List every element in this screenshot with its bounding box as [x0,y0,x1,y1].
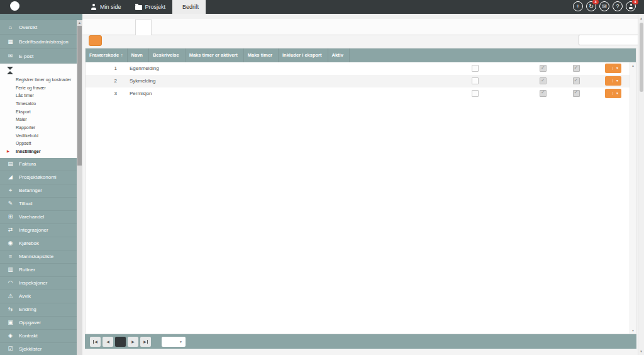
sidebar-item[interactable]: ☑ Sjekklister [0,343,77,355]
table-column-header[interactable]: Beskrivelse [149,48,186,62]
topbar: Min side Prosjekt Bedrift + ↻ 3 ✉ ? 4 [0,0,644,14]
caret-down-icon: ▼ [179,340,182,344]
sidebar-item[interactable]: ◈ Kontrakt [0,330,77,343]
active-checkbox[interactable] [573,90,580,97]
content-tab[interactable] [90,20,105,35]
sidebar-scrollbar-thumb[interactable] [77,26,82,166]
sidebar-item[interactable]: ◢ Prosjektøkonomi [0,171,77,184]
Sykmelding-button[interactable]: 2 Sykmelding ▼ [86,75,636,87]
table-column-header[interactable]: Maks timer er aktivert [186,48,244,62]
invoice-icon: ▤ [6,161,14,167]
sidebar-item[interactable]: ▤ Faktura [0,158,77,171]
sidebar-item[interactable]: ▥ Rutiner [0,264,77,277]
topbar-nav-item[interactable]: Prosjekt [128,0,173,14]
sidebar-subitem[interactable]: Maler [0,115,77,123]
table-column-header[interactable]: Fraværskode ↑ [86,48,128,62]
holte-logo[interactable] [10,1,21,11]
sidebar-item[interactable]: ✎ Tilbud [0,198,77,211]
page-scrollbar[interactable]: ▲ ▼ [638,14,644,355]
endre-button[interactable]: ▼ [605,64,621,73]
content-tab[interactable] [182,20,197,35]
sidebar-item[interactable]: ◉ Kjørebok [0,237,77,251]
messages-button[interactable]: ✉ [599,1,609,11]
content-tab[interactable] [197,20,212,35]
next-page-button[interactable]: ▶ [128,337,138,347]
Egenmelding-button[interactable]: 1 Egenmelding ▼ [86,62,636,75]
legg-til-button[interactable] [89,35,102,46]
caret-down-icon: ▼ [613,67,621,70]
include-export-checkbox[interactable] [540,65,547,72]
checklist-icon: ☑ [6,346,14,352]
table-column-header[interactable]: Maks timer [244,48,279,62]
sidebar-subitem[interactable]: Registrer timer og kostnader [0,76,77,84]
sidebar-bottom-items: ▤ Faktura ◢ Prosjektøkonomi ⌖ Befaringer… [0,158,77,355]
table-column-header[interactable] [350,48,359,62]
page-scrollbar-thumb[interactable] [640,23,643,92]
active-checkbox[interactable] [573,65,580,72]
sidebar-subitem[interactable]: Lås timer [0,91,77,99]
sidebar-item[interactable]: ▣ Oppgaver [0,317,77,330]
max-hours-enabled-checkbox[interactable] [472,90,479,97]
content-tab[interactable] [152,20,167,35]
sidebar-item[interactable]: ⊞ Varehandel [0,211,77,224]
sidebar-item[interactable]: ✉ E-post [0,49,77,64]
sidebar-item[interactable]: ⌂ Oversikt [0,20,77,35]
sidebar-subitem[interactable]: Timesaldo [0,99,77,108]
notification-badge: 3 [592,0,599,4]
table-scrollbar[interactable]: ▲ ▼ [630,62,636,334]
sidebar-subitem-label: Eksport [16,110,31,114]
sidebar-item[interactable]: ⌖ Befaringer [0,184,77,198]
active-checkbox[interactable] [573,77,580,84]
notifications-button[interactable]: ↻ 3 [586,1,596,11]
sidebar-item[interactable]: ▦ Bedriftsadministrasjon [0,35,77,49]
current-page-button[interactable] [115,337,126,347]
max-hours-enabled-checkbox[interactable] [472,77,479,84]
sidebar-item[interactable]: ⇄ Integrasjoner [0,224,77,237]
first-page-button[interactable]: ◀ [90,337,101,347]
sidebar-item[interactable]: ⇆ Endring [0,303,77,317]
sidebar-subitem-label: Vedlikehold [16,133,38,138]
scroll-down-icon: ▼ [631,329,635,332]
sidebar-subitem[interactable]: Vedlikehold [0,132,77,140]
topbar-nav: Min side Prosjekt Bedrift [84,0,206,14]
sidebar-subitem-label: Rapporter [16,125,35,130]
table-column-header[interactable]: Navn [128,48,149,62]
table-column-header[interactable]: Inkluder i eksport [279,48,328,62]
last-page-button[interactable]: ▶ [140,337,151,347]
sidebar-subitem[interactable]: Rapporter [0,123,77,132]
help-button[interactable]: ? [613,1,623,11]
topbar-nav-item[interactable]: Min side [84,0,128,14]
topbar-nav-item[interactable]: Bedrift [172,0,206,14]
Permisjon-button[interactable]: 3 Permisjon ▼ [86,87,636,100]
sidebar-subitem[interactable]: Innstillinger [0,147,77,155]
sidebar-item-time[interactable] [0,65,77,76]
sidebar-item-label: Tilbud [19,201,33,206]
sidebar-item[interactable]: ≡ Mannskapsliste [0,251,77,264]
content-tab[interactable] [120,20,135,35]
sidebar-subitem[interactable]: Eksport [0,108,77,116]
add-button[interactable]: + [573,1,583,11]
page-size-select[interactable]: ▼ [162,337,186,347]
previous-page-button[interactable]: ◀ [103,337,113,347]
sidebar-subitem[interactable]: Oppsett [0,140,77,148]
max-hours-enabled-checkbox[interactable] [472,65,479,72]
sidebar-subitem[interactable]: Ferie og fravær [0,84,77,92]
content-tab[interactable] [105,20,120,35]
endre-button[interactable]: ▼ [605,89,621,98]
topbar-actions: + ↻ 3 ✉ ? 4 [573,1,636,11]
sidebar-scrollbar[interactable]: ▲ [77,20,82,355]
sidebar-item[interactable]: ⚠ Avvik [0,290,77,303]
include-export-checkbox[interactable] [540,90,547,97]
profile-button[interactable]: 4 [626,1,636,11]
include-export-checkbox[interactable] [540,77,547,84]
table-column-header[interactable]: Aktiv [328,48,350,62]
content-tab[interactable] [212,20,227,35]
content-tab[interactable] [167,20,182,35]
content-tab[interactable] [135,19,152,35]
endre-button[interactable]: ▼ [605,76,621,86]
sidebar-item[interactable]: ◠ Inspeksjoner [0,277,77,290]
mail-icon: ✉ [6,54,14,59]
sidebar-item-label: Endring [19,307,36,312]
chart-icon: ◢ [6,174,14,180]
search-input[interactable] [579,35,643,45]
